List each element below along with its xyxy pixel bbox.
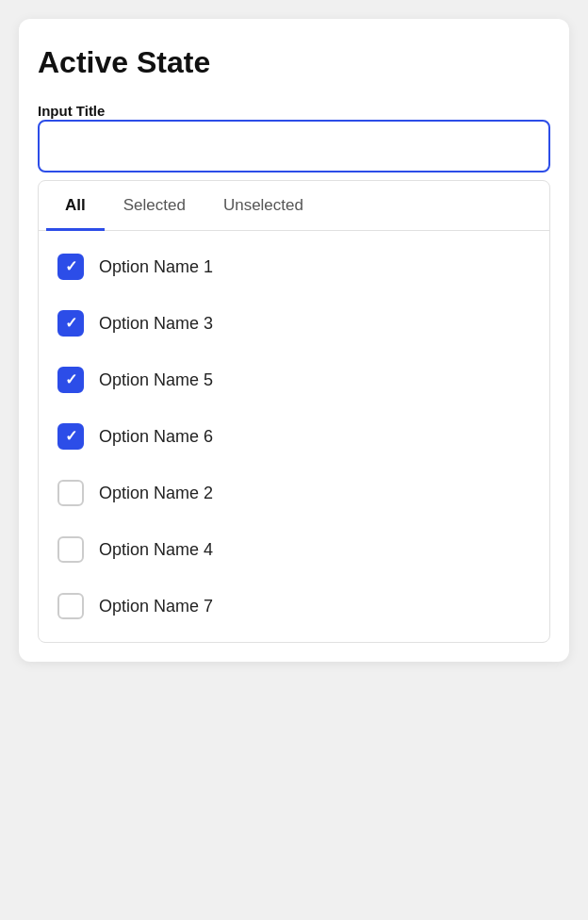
checkbox-checked[interactable]: ✓ bbox=[57, 310, 84, 337]
options-list: ✓Option Name 1✓Option Name 3✓Option Name… bbox=[39, 231, 549, 642]
list-item[interactable]: Option Name 4 bbox=[39, 521, 549, 578]
option-label: Option Name 2 bbox=[99, 484, 213, 503]
search-input[interactable] bbox=[38, 120, 550, 172]
checkmark-icon: ✓ bbox=[65, 259, 77, 274]
checkmark-icon: ✓ bbox=[65, 316, 77, 331]
checkbox-unchecked[interactable] bbox=[57, 593, 84, 619]
option-label: Option Name 5 bbox=[99, 370, 213, 390]
checkbox-checked[interactable]: ✓ bbox=[57, 254, 84, 280]
checkbox-checked[interactable]: ✓ bbox=[57, 423, 84, 450]
list-item[interactable]: ✓Option Name 5 bbox=[39, 352, 549, 408]
list-item[interactable]: Option Name 7 bbox=[39, 578, 549, 634]
dropdown-panel: All Selected Unselected ✓Option Name 1✓O… bbox=[38, 180, 550, 643]
input-label: Input Title bbox=[38, 103, 105, 119]
checkbox-unchecked[interactable] bbox=[57, 536, 84, 563]
page-title: Active State bbox=[38, 45, 550, 80]
option-label: Option Name 3 bbox=[99, 314, 213, 334]
checkmark-icon: ✓ bbox=[65, 372, 77, 387]
option-label: Option Name 6 bbox=[99, 427, 213, 447]
tab-unselected[interactable]: Unselected bbox=[204, 181, 322, 231]
checkmark-icon: ✓ bbox=[65, 429, 77, 444]
list-item[interactable]: ✓Option Name 6 bbox=[39, 408, 549, 465]
option-label: Option Name 7 bbox=[99, 597, 213, 616]
list-item[interactable]: ✓Option Name 1 bbox=[39, 238, 549, 295]
tab-all[interactable]: All bbox=[46, 181, 105, 231]
list-item[interactable]: Option Name 2 bbox=[39, 465, 549, 521]
tab-selected[interactable]: Selected bbox=[105, 181, 204, 231]
list-item[interactable]: ✓Option Name 3 bbox=[39, 295, 549, 352]
tabs-row: All Selected Unselected bbox=[39, 181, 549, 231]
checkbox-checked[interactable]: ✓ bbox=[57, 367, 84, 393]
option-label: Option Name 4 bbox=[99, 540, 213, 560]
page-container: Active State Input Title All Selected Un… bbox=[19, 19, 569, 662]
option-label: Option Name 1 bbox=[99, 257, 213, 277]
checkbox-unchecked[interactable] bbox=[57, 480, 84, 506]
